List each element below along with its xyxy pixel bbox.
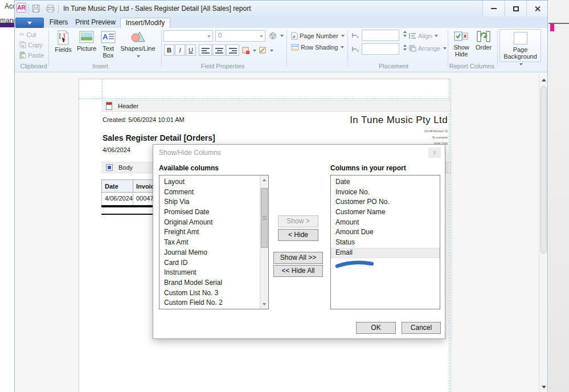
spin-up-icon[interactable] xyxy=(403,31,407,33)
application-menu-button[interactable] xyxy=(15,18,44,28)
scrollbar-thumb[interactable] xyxy=(541,86,547,254)
hide-column-button[interactable]: < Hide xyxy=(278,229,318,241)
report-date-field[interactable]: 4/06/2024 xyxy=(103,146,130,153)
ok-button[interactable]: OK xyxy=(356,322,396,334)
order-button[interactable]: Order xyxy=(473,30,494,51)
scroll-up-button[interactable] xyxy=(260,175,268,185)
tab-print-preview[interactable]: Print Preview xyxy=(73,18,118,28)
page-background-label-line2: Background xyxy=(500,53,541,60)
page-background-button[interactable]: Page Background xyxy=(500,29,541,62)
text-box-label-line1: Text xyxy=(98,45,118,52)
list-item[interactable]: Brand Model Serial xyxy=(159,278,268,288)
hide-all-button[interactable]: << Hide All xyxy=(273,265,323,277)
list-item[interactable]: Custom Field No. 2 xyxy=(159,298,268,308)
scroll-down-button[interactable] xyxy=(260,300,268,309)
report-title-field[interactable]: Sales Register Detail [Orders] xyxy=(103,133,215,142)
tab-filters[interactable]: Filters xyxy=(46,18,71,28)
cancel-button[interactable]: Cancel xyxy=(402,322,441,334)
list-item[interactable]: Ship Via xyxy=(159,197,268,207)
report-columns-list[interactable]: Date Invoice No. Customer PO No. Custome… xyxy=(330,175,440,309)
tab-insert-modify[interactable]: Insert/Modify xyxy=(120,18,170,28)
close-button[interactable] xyxy=(526,1,547,17)
document-area: Header Created: 5/06/2024 10:01 AM In Tu… xyxy=(15,72,547,392)
fill-color-dropdown[interactable] xyxy=(242,46,256,55)
align-center-icon xyxy=(215,48,223,49)
x-position-spinner[interactable] xyxy=(362,30,399,41)
list-item[interactable]: Amount xyxy=(331,218,440,228)
spin-down-icon[interactable] xyxy=(403,48,407,51)
show-all-button[interactable]: Show All >> xyxy=(273,252,323,264)
show-hide-icon xyxy=(454,30,469,43)
y-position-spinner[interactable] xyxy=(362,43,399,55)
svg-text:x: x xyxy=(357,34,359,39)
address-line: St Leonards xyxy=(424,134,448,141)
list-item[interactable]: Journal Memo xyxy=(159,248,268,258)
list-item[interactable]: Customer PO No. xyxy=(331,197,440,207)
available-columns-list[interactable]: Layout Comment Ship Via Promised Date Or… xyxy=(159,175,269,309)
cut-label: Cut xyxy=(26,31,36,38)
print-icon[interactable] xyxy=(46,5,55,13)
show-hide-button[interactable]: Show Hide xyxy=(451,30,472,58)
border-color-dropdown[interactable] xyxy=(259,46,273,55)
align-center-button[interactable] xyxy=(212,44,226,56)
created-field[interactable]: Created: 5/06/2024 10:01 AM xyxy=(103,116,185,123)
list-item[interactable]: Freight Amt xyxy=(159,227,268,238)
list-item[interactable]: Original Amount xyxy=(159,218,268,228)
chevron-down-icon xyxy=(443,47,447,50)
group-divider xyxy=(448,30,448,67)
company-name-field[interactable]: In Tune Music Pty Ltd xyxy=(350,115,448,126)
save-icon[interactable] xyxy=(32,5,40,13)
align-right-button[interactable] xyxy=(226,44,239,56)
list-item[interactable]: Layout xyxy=(159,177,268,187)
list-item[interactable]: Status xyxy=(331,238,440,248)
page-number-icon: # xyxy=(291,32,298,40)
spin-up-icon[interactable] xyxy=(403,44,407,47)
list-scrollbar[interactable] xyxy=(260,175,268,309)
list-item[interactable]: Customer Name xyxy=(331,207,440,218)
italic-button[interactable]: I xyxy=(175,44,185,56)
row-shading-button[interactable]: Row Shading xyxy=(291,42,344,52)
list-scrollbar-thumb[interactable] xyxy=(261,188,268,248)
bold-button[interactable]: B xyxy=(164,44,174,56)
table-cell-date[interactable]: 4/06/2024 xyxy=(101,193,133,205)
font-color-dropdown[interactable] xyxy=(269,31,284,40)
fields-button[interactable]: [ ] Fields xyxy=(52,30,75,53)
scroll-down-icon[interactable] xyxy=(542,386,546,389)
shapes-line-button[interactable]: Shapes/Line xyxy=(120,30,155,59)
minimize-button[interactable] xyxy=(482,1,504,17)
group-divider xyxy=(48,30,49,67)
align-dropdown: Align xyxy=(409,31,438,40)
align-left-button[interactable] xyxy=(199,44,212,56)
list-item-selected[interactable]: Email xyxy=(331,248,440,258)
header-band[interactable]: Header xyxy=(101,100,451,112)
list-item[interactable]: Promised Date xyxy=(159,207,268,218)
list-item[interactable]: Custom List No. 3 xyxy=(159,288,268,299)
maximize-button[interactable] xyxy=(505,1,526,17)
picture-button[interactable]: Picture xyxy=(75,30,99,52)
window-title: In Tune Music Pty Ltd - Sales Register D… xyxy=(63,5,251,13)
list-item[interactable]: Invoice No. xyxy=(331,187,440,198)
text-box-button[interactable]: A Text Box xyxy=(98,30,118,59)
copy-icon xyxy=(19,41,26,48)
list-item[interactable]: Amount Due xyxy=(331,227,440,238)
page-number-button[interactable]: # Page Number xyxy=(291,31,345,40)
list-item[interactable]: Date xyxy=(331,177,440,187)
chevron-down-icon xyxy=(253,50,256,52)
underline-button[interactable]: U xyxy=(186,44,196,56)
list-item[interactable]: Instrument xyxy=(159,268,268,278)
background-pink-mark xyxy=(550,24,554,31)
spin-down-icon[interactable] xyxy=(403,35,407,37)
table-header-date[interactable]: Date xyxy=(101,179,133,193)
maximize-icon xyxy=(513,6,519,11)
list-item[interactable]: Comment xyxy=(159,187,268,198)
scroll-up-icon[interactable] xyxy=(542,79,546,81)
list-item[interactable]: Tax Amt xyxy=(159,238,268,248)
group-divider xyxy=(347,30,348,67)
list-item[interactable]: Card ID xyxy=(159,258,268,268)
row-shading-label: Row Shading xyxy=(301,44,338,51)
dialog-close-button[interactable]: x xyxy=(428,148,441,158)
document-scrollbar[interactable] xyxy=(539,75,547,392)
scissors-icon: ✂ xyxy=(19,31,24,38)
header-band-icon xyxy=(106,102,112,110)
page-background-label-line1: Page xyxy=(500,46,541,53)
